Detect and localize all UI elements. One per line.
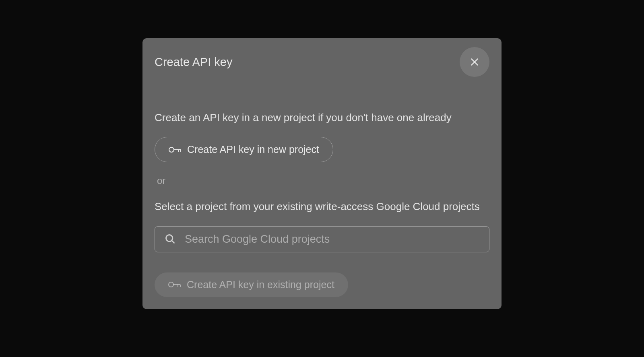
svg-line-7 [172,241,175,244]
create-api-key-dialog: Create API key Create an API key in a ne… [142,38,502,309]
dialog-header: Create API key [142,38,502,86]
search-wrapper[interactable] [155,226,489,252]
create-existing-project-label: Create API key in existing project [187,279,334,291]
svg-point-8 [169,282,173,287]
instruction-existing-project: Select a project from your existing writ… [155,199,489,214]
close-icon [469,56,480,68]
create-new-project-label: Create API key in new project [187,144,319,155]
svg-point-6 [166,235,173,241]
or-separator: or [157,175,489,186]
project-search-input[interactable] [185,233,479,246]
create-existing-project-button[interactable]: Create API key in existing project [155,272,348,297]
instruction-new-project: Create an API key in a new project if yo… [155,110,489,125]
key-icon [168,281,181,289]
search-icon [165,233,176,245]
svg-point-2 [169,147,174,152]
key-icon [169,146,182,154]
close-button[interactable] [460,47,489,77]
dialog-title: Create API key [155,56,232,69]
dialog-body: Create an API key in a new project if yo… [142,86,502,309]
create-new-project-button[interactable]: Create API key in new project [155,137,333,162]
